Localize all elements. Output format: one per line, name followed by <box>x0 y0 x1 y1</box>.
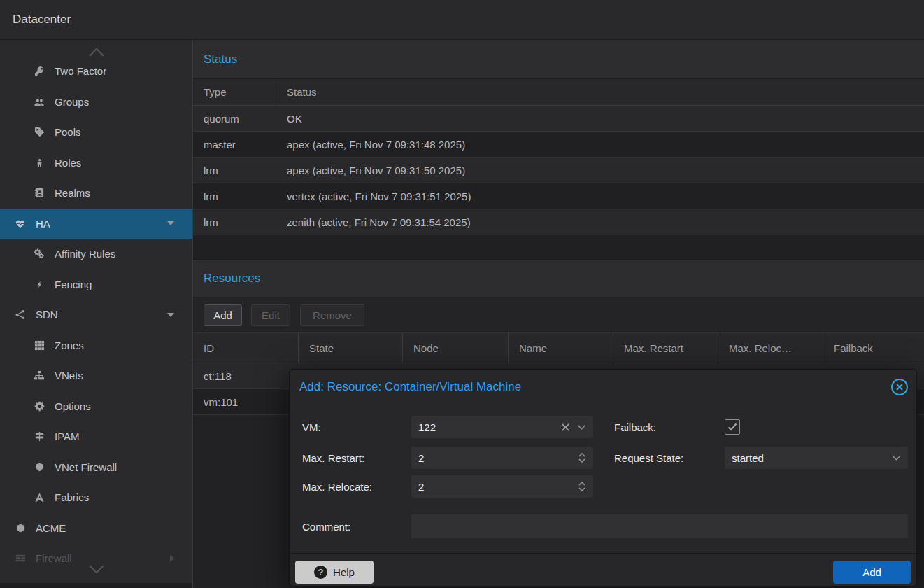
sidebar-bottom-strip <box>0 583 192 588</box>
comment-input[interactable] <box>418 521 901 533</box>
sidebar-item-label: Fencing <box>55 279 92 290</box>
sidebar-item-label: VNet Firewall <box>55 461 117 473</box>
sidebar-item-label: Pools <box>55 126 81 138</box>
vm-field[interactable] <box>411 416 593 438</box>
column-header-state[interactable]: State <box>299 333 403 363</box>
add-button[interactable]: Add <box>204 304 242 326</box>
certificate-icon <box>13 523 28 533</box>
sidebar-item-options[interactable]: Options <box>0 391 192 422</box>
question-icon: ? <box>314 566 327 579</box>
chevron-down-icon[interactable] <box>167 313 174 317</box>
sidebar-item-groups[interactable]: Groups <box>0 87 192 118</box>
sitemap-icon <box>31 370 47 381</box>
sidebar-item-pools[interactable]: Pools <box>0 117 192 148</box>
add-resource-dialog: Add: Resource: Container/Virtual Machine… <box>289 369 917 587</box>
table-row[interactable]: lrm zenith (active, Fri Nov 7 09:31:54 2… <box>193 209 924 235</box>
chevron-down-icon[interactable] <box>577 424 586 430</box>
sidebar-item-acme[interactable]: ACME <box>0 513 192 544</box>
column-header-id[interactable]: ID <box>193 333 299 363</box>
status-table-header: Type Status <box>193 79 924 106</box>
status-row-type: lrm <box>193 190 276 202</box>
column-header-max-relocate[interactable]: Max. Reloc… <box>718 333 823 363</box>
dialog-title: Add: Resource: Container/Virtual Machine <box>299 380 521 394</box>
sidebar-item-label: SDN <box>36 309 58 321</box>
help-button[interactable]: ? Help <box>295 561 374 584</box>
sidebar-item-label: HA <box>36 218 50 230</box>
table-row[interactable]: lrm apex (active, Fri Nov 7 09:31:50 202… <box>193 158 924 183</box>
chevron-right-icon[interactable] <box>170 555 174 562</box>
status-section-titlebar: Status <box>193 40 924 79</box>
column-header-node[interactable]: Node <box>403 333 509 363</box>
spinner-icon[interactable] <box>578 451 586 464</box>
max-relocate-field[interactable] <box>411 475 593 498</box>
sidebar: Two Factor Groups Pools Roles Realms <box>0 40 193 588</box>
remove-button[interactable]: Remove <box>300 304 364 326</box>
sidebar-item-label: Options <box>55 400 91 412</box>
sidebar-scroll-down-icon[interactable] <box>0 564 192 575</box>
table-row[interactable]: lrm vertex (active, Fri Nov 7 09:31:51 2… <box>193 183 924 209</box>
network-icon <box>13 309 28 320</box>
dialog-footer-divider <box>290 553 916 554</box>
clear-icon[interactable] <box>561 423 570 432</box>
address-book-icon <box>31 188 47 198</box>
gear-icon <box>31 401 47 412</box>
resources-section-title: Resources <box>204 272 260 286</box>
resource-row-id: vm:101 <box>193 396 299 408</box>
chevron-down-icon[interactable] <box>892 455 901 461</box>
sidebar-item-vnet-firewall[interactable]: VNet Firewall <box>0 452 192 483</box>
table-row[interactable]: quorum OK <box>193 106 924 132</box>
top-bar: Datacenter <box>0 0 924 40</box>
sidebar-item-roles[interactable]: Roles <box>0 148 192 178</box>
sidebar-item-two-factor[interactable]: Two Factor <box>0 56 192 87</box>
sidebar-item-label: Firewall <box>36 552 72 564</box>
spinner-icon[interactable] <box>578 480 586 493</box>
dialog-add-button[interactable]: Add <box>833 561 911 584</box>
sidebar-item-label: Zones <box>55 340 84 351</box>
sidebar-item-affinity-rules[interactable]: Affinity Rules <box>0 239 192 270</box>
vm-label: VM: <box>302 416 321 438</box>
column-header-max-restart[interactable]: Max. Restart <box>613 333 718 363</box>
tag-icon <box>31 127 47 137</box>
column-header-status[interactable]: Status <box>276 79 924 105</box>
sidebar-item-label: Groups <box>55 96 89 108</box>
sidebar-item-ipam[interactable]: IPAM <box>0 421 192 452</box>
check-icon <box>727 423 737 431</box>
sidebar-item-vnets[interactable]: VNets <box>0 360 192 391</box>
status-row-status: OK <box>276 113 924 125</box>
sidebar-item-zones[interactable]: Zones <box>0 330 192 361</box>
sidebar-item-realms[interactable]: Realms <box>0 178 192 209</box>
chevron-down-icon[interactable] <box>167 221 174 225</box>
sidebar-item-label: Two Factor <box>55 65 106 77</box>
gears-icon <box>31 248 47 259</box>
max-restart-input[interactable] <box>418 452 571 464</box>
status-row-status: apex (active, Fri Nov 7 09:31:50 2025) <box>276 164 924 176</box>
comment-field[interactable] <box>411 514 908 538</box>
column-header-failback[interactable]: Failback <box>823 333 924 363</box>
failback-checkbox[interactable] <box>725 419 740 435</box>
status-row-type: lrm <box>193 164 276 176</box>
table-row[interactable]: master apex (active, Fri Nov 7 09:31:48 … <box>193 132 924 158</box>
heartbeat-icon <box>13 218 28 229</box>
grid-icon <box>31 340 47 351</box>
dialog-header[interactable]: Add: Resource: Container/Virtual Machine <box>290 370 916 405</box>
request-state-select[interactable]: started <box>725 447 908 469</box>
sidebar-item-ha[interactable]: HA <box>0 209 192 239</box>
sidebar-item-fabrics[interactable]: Fabrics <box>0 482 192 513</box>
max-relocate-input[interactable] <box>418 481 571 493</box>
sidebar-item-fencing[interactable]: Fencing <box>0 270 192 300</box>
sidebar-item-label: ACME <box>36 522 66 534</box>
column-header-type[interactable]: Type <box>193 79 276 105</box>
resource-row-id: ct:118 <box>193 370 299 382</box>
sidebar-item-label: Realms <box>55 187 90 199</box>
status-row-type: quorum <box>193 113 276 125</box>
users-icon <box>31 97 47 107</box>
vm-input[interactable] <box>418 421 554 433</box>
status-row-type: lrm <box>193 216 276 228</box>
column-header-name[interactable]: Name <box>509 333 613 363</box>
sidebar-item-sdn[interactable]: SDN <box>0 300 192 330</box>
close-icon[interactable] <box>890 378 909 396</box>
edit-button[interactable]: Edit <box>251 304 290 326</box>
max-restart-field[interactable] <box>411 447 593 469</box>
page-title: Datacenter <box>13 13 71 27</box>
failback-label: Failback: <box>614 416 656 438</box>
